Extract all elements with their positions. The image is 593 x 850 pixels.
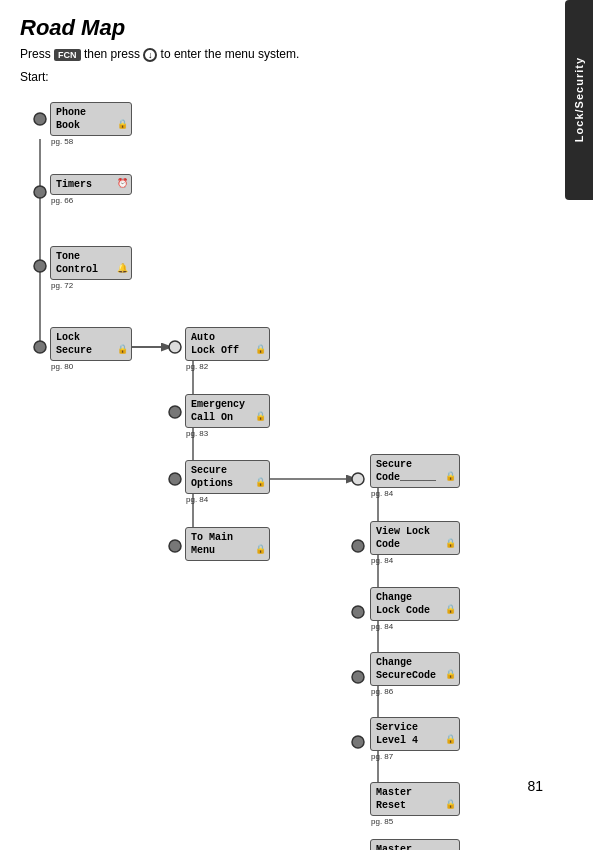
change-secure-pg: pg. 86	[371, 687, 393, 697]
svg-point-9	[169, 341, 181, 353]
tone-control-line1: Tone	[56, 251, 80, 262]
emergency-line2: Call On	[191, 412, 233, 423]
menu-box-master-clear: Master Clear 🔒 pg. 85	[370, 839, 460, 850]
menu-box-master-reset: Master Reset 🔒 pg. 85	[370, 782, 460, 816]
intro-suffix: to enter the menu system.	[161, 47, 300, 61]
change-lock-icon: 🔒	[445, 605, 456, 617]
intro-text: Press FCN then press ↓ to enter the menu…	[20, 47, 553, 62]
svg-point-14	[352, 473, 364, 485]
secure-options-pg: pg. 84	[186, 495, 208, 505]
master-reset-icon: 🔒	[445, 800, 456, 812]
tone-control-pg: pg. 72	[51, 281, 73, 291]
fcn-button-label: FCN	[54, 49, 81, 61]
change-secure-line1: Change	[376, 657, 412, 668]
service-level-line1: Service	[376, 722, 418, 733]
menu-box-to-main-1: To Main Menu 🔒	[185, 527, 270, 561]
change-lock-line1: Change	[376, 592, 412, 603]
diagram-lines	[20, 94, 560, 794]
page-title: Road Map	[20, 15, 553, 41]
secure-options-icon: 🔒	[255, 478, 266, 490]
change-lock-line2: Lock Code	[376, 605, 430, 616]
secure-code-line1: Secure	[376, 459, 412, 470]
to-main-1-line2: Menu	[191, 545, 215, 556]
menu-box-change-lock-code: Change Lock Code 🔒 pg. 84	[370, 587, 460, 621]
secure-code-pg: pg. 84	[371, 489, 393, 499]
service-level-pg: pg. 87	[371, 752, 393, 762]
intro-then: then press	[84, 47, 143, 61]
svg-point-7	[34, 260, 46, 272]
view-lock-icon: 🔒	[445, 539, 456, 551]
emergency-line1: Emergency	[191, 399, 245, 410]
view-lock-line1: View Lock	[376, 526, 430, 537]
menu-box-lock-secure: Lock Secure 🔒 pg. 80	[50, 327, 132, 361]
lock-secure-pg: pg. 80	[51, 362, 73, 372]
secure-code-icon: 🔒	[445, 472, 456, 484]
timers-lock: ⏰	[117, 179, 128, 191]
side-tab: Lock/Security	[565, 0, 593, 200]
svg-point-10	[169, 406, 181, 418]
menu-box-secure-options: Secure Options 🔒 pg. 84	[185, 460, 270, 494]
menu-box-service-level: Service Level 4 🔒 pg. 87	[370, 717, 460, 751]
menu-box-change-secure-code: Change SecureCode 🔒 pg. 86	[370, 652, 460, 686]
change-secure-icon: 🔒	[445, 670, 456, 682]
diagram: Phone Book 🔒 pg. 58 Timers ⏰ pg. 66 Tone…	[20, 94, 560, 794]
service-level-line2: Level 4	[376, 735, 418, 746]
view-lock-line2: Code	[376, 539, 400, 550]
menu-box-emergency-call: Emergency Call On 🔒 pg. 83	[185, 394, 270, 428]
svg-point-17	[352, 671, 364, 683]
auto-lock-icon: 🔒	[255, 345, 266, 357]
svg-point-11	[169, 473, 181, 485]
phone-book-line1: Phone	[56, 107, 86, 118]
to-main-1-line1: To Main	[191, 532, 233, 543]
to-main-1-icon: 🔒	[255, 545, 266, 557]
change-lock-pg: pg. 84	[371, 622, 393, 632]
down-circle-icon: ↓	[143, 48, 157, 62]
phone-book-pg: pg. 58	[51, 137, 73, 147]
svg-point-12	[169, 540, 181, 552]
secure-options-line2: Options	[191, 478, 233, 489]
intro-press: Press	[20, 47, 51, 61]
change-secure-line2: SecureCode	[376, 670, 436, 681]
menu-box-tone-control: Tone Control 🔔 pg. 72	[50, 246, 132, 280]
master-reset-line1: Master	[376, 787, 412, 798]
secure-options-line1: Secure	[191, 465, 227, 476]
master-reset-line2: Reset	[376, 800, 406, 811]
timers-line1: Timers	[56, 179, 92, 190]
svg-point-15	[352, 540, 364, 552]
page-number: 81	[527, 778, 543, 794]
svg-point-18	[352, 736, 364, 748]
svg-point-5	[34, 113, 46, 125]
lock-secure-line1: Lock	[56, 332, 80, 343]
svg-point-6	[34, 186, 46, 198]
master-clear-line1: Master	[376, 844, 412, 850]
timers-pg: pg. 66	[51, 196, 73, 206]
tone-control-line2: Control	[56, 264, 98, 275]
menu-box-secure-code: Secure Code______ 🔒 pg. 84	[370, 454, 460, 488]
menu-box-view-lock-code: View Lock Code 🔒 pg. 84	[370, 521, 460, 555]
service-level-icon: 🔒	[445, 735, 456, 747]
emergency-pg: pg. 83	[186, 429, 208, 439]
lock-secure-line2: Secure	[56, 345, 92, 356]
tone-control-bell: 🔔	[117, 264, 128, 276]
side-tab-label: Lock/Security	[573, 57, 585, 142]
menu-box-phone-book: Phone Book 🔒 pg. 58	[50, 102, 132, 136]
menu-box-timers: Timers ⏰ pg. 66	[50, 174, 132, 195]
emergency-icon: 🔒	[255, 412, 266, 424]
lock-secure-icon: 🔒	[117, 345, 128, 357]
start-label: Start:	[20, 70, 553, 84]
secure-code-line2: Code______	[376, 472, 436, 483]
menu-box-auto-lock: Auto Lock Off 🔒 pg. 82	[185, 327, 270, 361]
view-lock-pg: pg. 84	[371, 556, 393, 566]
auto-lock-line2: Lock Off	[191, 345, 239, 356]
phone-book-line2: Book	[56, 120, 80, 131]
main-content: Road Map Press FCN then press ↓ to enter…	[0, 0, 593, 809]
auto-lock-line1: Auto	[191, 332, 215, 343]
svg-point-16	[352, 606, 364, 618]
master-reset-pg: pg. 85	[371, 817, 393, 827]
svg-point-8	[34, 341, 46, 353]
phone-book-lock: 🔒	[117, 120, 128, 132]
auto-lock-pg: pg. 82	[186, 362, 208, 372]
